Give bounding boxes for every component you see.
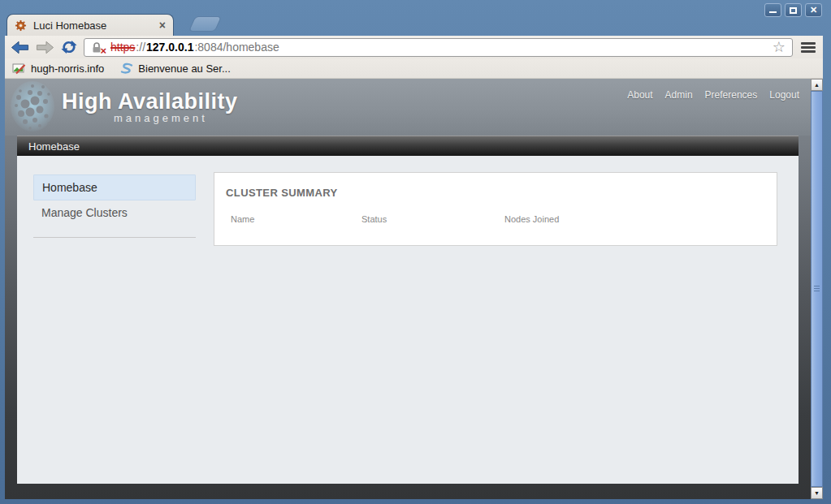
browser-tab[interactable]: Luci Homebase × bbox=[6, 14, 174, 36]
maximize-icon bbox=[790, 7, 797, 14]
window-titlebar[interactable]: Luci Homebase × ✕ bbox=[5, 0, 823, 36]
site-header: High Availability management About Admin… bbox=[5, 79, 811, 136]
back-icon bbox=[11, 41, 28, 53]
vertical-scrollbar[interactable]: ▲ ▼ bbox=[811, 79, 823, 499]
sidebar-item-manage-clusters[interactable]: Manage Clusters bbox=[33, 200, 196, 225]
column-nodes-joined: Nodes Joined bbox=[504, 214, 765, 224]
nav-logout[interactable]: Logout bbox=[769, 89, 799, 101]
scrollbar-thumb[interactable] bbox=[811, 91, 823, 487]
forward-icon bbox=[37, 41, 53, 53]
bookmark-bienvenue[interactable]: Bienvenue au Ser... bbox=[120, 62, 230, 75]
content-area: Homebase Manage Clusters CLUSTER SUMMARY… bbox=[17, 156, 799, 484]
insecure-lock-icon[interactable]: × bbox=[91, 41, 103, 54]
sidebar-item-homebase[interactable]: Homebase bbox=[33, 174, 196, 200]
bookmark-photo-icon bbox=[12, 62, 26, 75]
bookmark-hugh-norris[interactable]: hugh-norris.info bbox=[12, 62, 104, 75]
sidebar: Homebase Manage Clusters bbox=[17, 156, 197, 484]
scrollbar-grip bbox=[814, 286, 820, 293]
brand-subtitle: management bbox=[114, 112, 238, 124]
scroll-down-icon[interactable]: ▼ bbox=[811, 487, 823, 499]
sidebar-divider bbox=[33, 237, 196, 238]
scroll-up-icon[interactable]: ▲ bbox=[811, 79, 823, 91]
maximize-button[interactable] bbox=[785, 3, 802, 17]
breadcrumb-label: Homebase bbox=[28, 140, 80, 153]
reload-icon bbox=[61, 40, 77, 54]
url-separator: :// bbox=[136, 41, 145, 54]
column-status: Status bbox=[361, 214, 504, 224]
tab-title: Luci Homebase bbox=[33, 19, 159, 32]
panel-title: CLUSTER SUMMARY bbox=[226, 187, 765, 199]
close-button[interactable]: ✕ bbox=[805, 3, 822, 17]
main-pane: CLUSTER SUMMARY Name Status Nodes Joined bbox=[197, 156, 799, 484]
bookmark-label: Bienvenue au Ser... bbox=[138, 62, 230, 75]
browser-toolbar: × https :// 127.0.0.1 :8084/homebase ☆ bbox=[5, 36, 823, 58]
bookmark-swirl-icon bbox=[120, 62, 133, 75]
browser-window: Luci Homebase × ✕ bbox=[0, 0, 831, 504]
column-name: Name bbox=[231, 214, 361, 224]
url-scheme: https bbox=[110, 41, 135, 54]
new-tab-button[interactable] bbox=[188, 16, 222, 32]
url-path: :8084/homebase bbox=[194, 41, 279, 54]
back-button[interactable] bbox=[11, 41, 29, 54]
site-nav: About Admin Preferences Logout bbox=[627, 89, 799, 101]
menu-hamburger-icon[interactable] bbox=[799, 42, 817, 53]
bookmark-label: hugh-norris.info bbox=[31, 62, 104, 75]
brand: High Availability management bbox=[62, 90, 238, 124]
nav-admin[interactable]: Admin bbox=[665, 89, 693, 101]
forward-button[interactable] bbox=[36, 41, 54, 54]
minimize-icon bbox=[769, 11, 777, 13]
url-host: 127.0.0.1 bbox=[146, 41, 193, 54]
nav-about[interactable]: About bbox=[627, 89, 652, 101]
brand-title: High Availability bbox=[62, 90, 238, 113]
cluster-summary-panel: CLUSTER SUMMARY Name Status Nodes Joined bbox=[214, 172, 777, 246]
address-bar[interactable]: × https :// 127.0.0.1 :8084/homebase ☆ bbox=[84, 38, 793, 57]
insecure-x-icon: × bbox=[100, 45, 106, 56]
table-header-row: Name Status Nodes Joined bbox=[226, 214, 765, 224]
luci-logo-icon bbox=[10, 81, 55, 133]
bookmark-star-icon[interactable]: ☆ bbox=[773, 40, 786, 54]
minimize-button[interactable] bbox=[764, 3, 781, 17]
tab-favicon-gear-icon bbox=[15, 19, 27, 32]
bookmarks-bar: hugh-norris.info Bienvenue au Ser... bbox=[5, 58, 823, 79]
tab-close-icon[interactable]: × bbox=[159, 19, 166, 31]
nav-preferences[interactable]: Preferences bbox=[705, 89, 758, 101]
breadcrumb: Homebase bbox=[17, 136, 799, 156]
luci-page: High Availability management About Admin… bbox=[5, 79, 811, 499]
reload-button[interactable] bbox=[61, 40, 77, 54]
